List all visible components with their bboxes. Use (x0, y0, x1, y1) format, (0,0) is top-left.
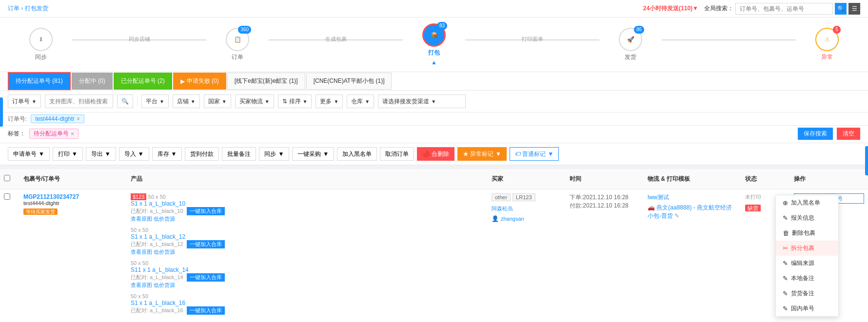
buyer-platform: 阿森松岛 (492, 206, 513, 211)
step-exception[interactable]: 5 ⚠ 异常 (798, 28, 856, 61)
import-button[interactable]: 导入 ▼ (119, 147, 149, 161)
apply-order-button[interactable]: 申请单号 ▼ (8, 147, 50, 161)
dropdown-report[interactable]: ✎ 报关信息 (776, 210, 838, 226)
product-name[interactable]: a_L_black_10 (149, 200, 185, 207)
chevron-buy-icon: ▼ (323, 151, 329, 157)
global-search-area: 全局搜索： 🔍 ☰ (704, 3, 860, 15)
delete-button[interactable]: 🔴 合删除 (417, 147, 454, 161)
order-no-tag[interactable]: test4444-dtghtr × (31, 114, 84, 123)
dropdown-domestic-no[interactable]: ✎ 国内单号 (776, 301, 838, 316)
tab-assigned[interactable]: 已分配运单号 (2) (114, 73, 172, 90)
step-ship-circle: 86 🚀 (619, 28, 642, 51)
view-image-link3[interactable]: 查看原图 (131, 282, 152, 288)
row-checkbox-cell (0, 189, 20, 205)
global-search-button[interactable]: 🔍 (835, 3, 847, 15)
sort-icon: ⇅ (282, 98, 287, 105)
filter-more[interactable]: 更多 ▼ (316, 95, 343, 108)
add-stock-button3[interactable]: 一键加入合库 (187, 273, 225, 282)
batch-note-button[interactable]: 批量备注 (222, 147, 256, 161)
filter-country[interactable]: 国家 ▼ (204, 95, 231, 108)
divider1 (137, 96, 138, 106)
filter-platform[interactable]: 平台 ▼ (141, 95, 169, 108)
product-qty2: S1 x 1 (131, 233, 147, 240)
chevron-channel-icon: ▼ (431, 99, 436, 104)
blacklist-button[interactable]: 加入黑名单 (337, 147, 377, 161)
tab-assigning[interactable]: 分配中 (0) (72, 73, 113, 90)
chevron-sync-icon: ▼ (278, 151, 284, 157)
add-stock-button4[interactable]: 一键加入合库 (187, 306, 225, 315)
ship-icon: 🚀 (627, 36, 634, 43)
logistics-edit-icon[interactable]: ✎ (674, 212, 679, 219)
view-image-link[interactable]: 查看原图 (131, 216, 152, 222)
step-order[interactable]: 360 📋 订单 (208, 28, 267, 61)
step-pack[interactable]: 83 📦 打包 ▲ (405, 23, 463, 66)
filter-search-button[interactable]: 🔍 (117, 95, 133, 108)
hotline-label[interactable]: 24小时待发送(110)▼ (643, 4, 698, 13)
step-pack-label: 打包 (428, 49, 440, 57)
stock-button[interactable]: 库存 ▼ (152, 147, 182, 161)
tab-failed[interactable]: ▶ 申请失败 (0) (173, 73, 226, 90)
row-checkbox[interactable] (4, 193, 10, 200)
filter-order-no[interactable]: 订单号 ▼ (8, 95, 41, 108)
step-ship[interactable]: 86 🚀 发货 (601, 28, 660, 61)
dropdown-domestic-no-label: 国内单号 (791, 304, 814, 313)
cancel-order-button[interactable]: 取消订单 (380, 147, 414, 161)
view-image-link2[interactable]: 查看原图 (131, 249, 152, 255)
step-order-label: 订单 (232, 53, 243, 61)
clear-search-button[interactable]: 清空 (837, 128, 860, 140)
low-price-link2[interactable]: 低价货源 (154, 249, 175, 255)
payment-button[interactable]: 货到付款 (185, 147, 219, 161)
top-right-area: 24小时待发送(110)▼ 全局搜索： 🔍 ☰ (643, 3, 860, 15)
filter-search-input[interactable] (45, 95, 113, 108)
package-no[interactable]: MGP2112130234727 (23, 193, 123, 200)
filter-channel[interactable]: 请选择接发货渠道 ▼ (378, 95, 466, 108)
col-package-order: 包裹号/订单号 (20, 173, 127, 185)
abnormal-mark-button[interactable]: ★ 异常标记 ▼ (457, 147, 507, 161)
filter-sort[interactable]: ⇅ 排序 ▼ (278, 95, 312, 108)
logistics-name[interactable]: lww测试 (648, 193, 737, 202)
filter-platform-label: 平台 (146, 97, 158, 106)
label-tag-close[interactable]: × (71, 131, 74, 137)
select-all-checkbox[interactable] (4, 175, 10, 181)
tab-wait-assign[interactable]: 待分配运单号 (81) (8, 72, 71, 90)
low-price-link3[interactable]: 低价货源 (154, 282, 175, 288)
filter-logistics[interactable]: 买家物流 ▼ (235, 95, 274, 108)
save-search-button[interactable]: 保存搜索 (798, 128, 833, 140)
breadcrumb-parent[interactable]: 订单 (8, 5, 20, 12)
add-stock-button[interactable]: 一键加入合库 (187, 207, 225, 215)
dropdown-add-blacklist[interactable]: ⊕ 加入黑名单 (776, 195, 838, 210)
normal-mark-button[interactable]: 🏷 普通标记 ▼ (510, 147, 559, 161)
buy-button[interactable]: 一键采购 ▼ (292, 147, 334, 161)
order-no-tag-close[interactable]: × (77, 115, 80, 122)
logistics-detail[interactable]: 燕文(aa8888) - 燕文航空经济小包-普货 (648, 204, 732, 219)
step-sync[interactable]: ⬇ 同步 (12, 28, 70, 61)
order-no[interactable]: test4444-dtghtr (23, 200, 123, 206)
label-tag-wait-assign[interactable]: 待分配运单号 × (29, 129, 79, 139)
filter-shop[interactable]: 店铺 ▼ (173, 95, 200, 108)
menu-button[interactable]: ☰ (848, 3, 860, 15)
add-stock-button2[interactable]: 一键加入合库 (187, 240, 225, 248)
col-buyer: 买家 (488, 173, 566, 185)
tab-ebao-new[interactable]: [线下e邮宝(新)e邮宝 (1)] (227, 73, 305, 90)
sync-button[interactable]: 同步 ▼ (259, 147, 289, 161)
dropdown-delete-package[interactable]: 🗑 删除包裹 (776, 226, 838, 241)
dropdown-cargo-note[interactable]: ✎ 货货备注 (776, 286, 838, 301)
order-no-tag-value: test4444-dtghtr (35, 115, 75, 122)
filter-warehouse[interactable]: 仓库 ▼ (347, 95, 374, 108)
dropdown-split-package[interactable]: ✂ 拆分包裹 (776, 241, 838, 256)
filter-country-label: 国家 (208, 97, 220, 106)
dropdown-local-note[interactable]: ✎ 本地备注 (776, 271, 838, 286)
buyer-account[interactable]: zhangsan (501, 216, 524, 222)
print-button[interactable]: 打印 ▼ (53, 147, 83, 161)
product-name2[interactable]: a_L_black_12 (149, 233, 185, 240)
dropdown-cargo-note-label: 货货备注 (791, 289, 814, 298)
chevron-import-icon: ▼ (138, 151, 144, 157)
dropdown-edit-source[interactable]: ✎ 编辑来源 (776, 256, 838, 271)
filter-more-label: 更多 (320, 97, 332, 106)
product-name3[interactable]: a_L_black_14 (152, 266, 189, 273)
product-name4[interactable]: a_L_black_16 (149, 300, 185, 306)
export-button[interactable]: 导出 ▼ (86, 147, 116, 161)
global-search-input[interactable] (735, 3, 833, 15)
low-price-link[interactable]: 低价货源 (154, 216, 175, 222)
tab-cneat[interactable]: [CNE(CNE)AT平邮小包 (1)] (306, 73, 392, 90)
